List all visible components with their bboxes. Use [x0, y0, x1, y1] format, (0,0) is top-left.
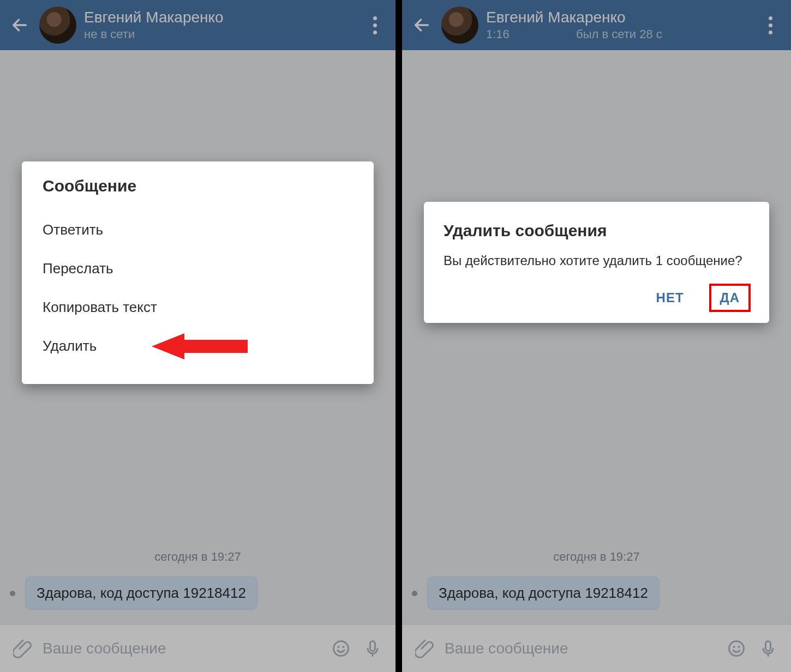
- dialog-yes-button[interactable]: ДА: [710, 285, 750, 311]
- dialog-no-button[interactable]: НЕТ: [646, 285, 694, 311]
- menu-item-label: Удалить: [43, 338, 97, 354]
- screen-left: Евгений Макаренко не в сети сегодня в 19…: [0, 0, 396, 672]
- screen-right: Евгений Макаренко 1:16 был в сети 28 с с…: [396, 0, 791, 672]
- dialog-actions: НЕТ ДА: [444, 285, 750, 311]
- message-context-menu: Сообщение Ответить Переслать Копировать …: [22, 161, 374, 384]
- delete-confirm-dialog: Удалить сообщения Вы действительно хотит…: [424, 202, 769, 323]
- menu-item-delete[interactable]: Удалить: [43, 327, 353, 365]
- menu-item-copy-text[interactable]: Копировать текст: [43, 288, 353, 327]
- svg-marker-4: [152, 333, 248, 359]
- overlay-dim[interactable]: [402, 0, 791, 672]
- annotation-arrow-icon: [152, 331, 250, 362]
- dialog-body: Вы действительно хотите удалить 1 сообще…: [444, 252, 750, 269]
- menu-item-forward[interactable]: Переслать: [43, 249, 353, 288]
- menu-item-reply[interactable]: Ответить: [43, 211, 353, 249]
- menu-title: Сообщение: [43, 177, 353, 195]
- dialog-title: Удалить сообщения: [444, 221, 750, 240]
